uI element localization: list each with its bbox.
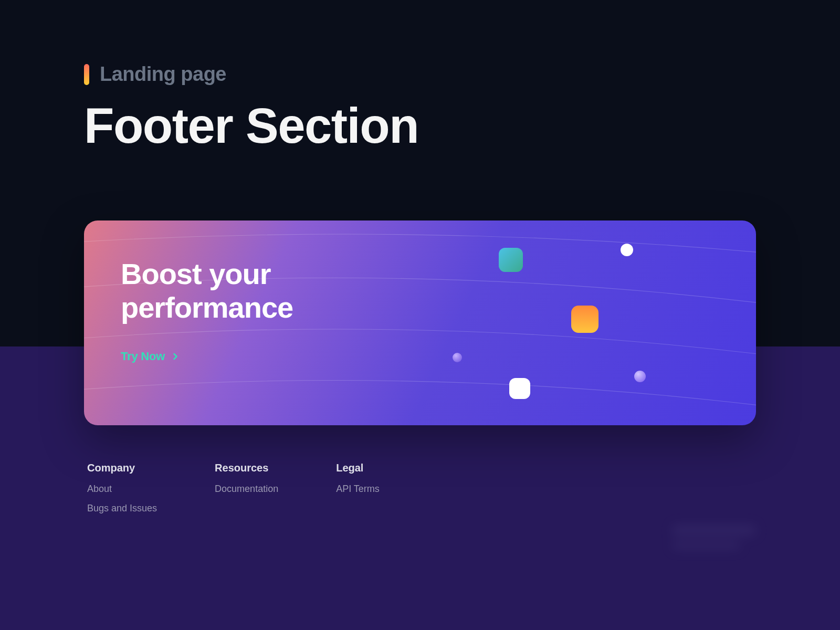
cta-button-label: Try Now — [121, 350, 165, 363]
footer-link-documentation[interactable]: Documentation — [215, 484, 278, 495]
footer-col-resources: Resources Documentation — [215, 462, 278, 522]
try-now-button[interactable]: Try Now — [121, 350, 181, 363]
footer-link-bugs[interactable]: Bugs and Issues — [87, 503, 157, 514]
footer-col-title: Company — [87, 462, 157, 474]
footer-col-title: Resources — [215, 462, 278, 474]
footer-col-legal: Legal API Terms — [336, 462, 380, 522]
accent-bar-icon — [84, 64, 89, 85]
eyebrow-row: Landing page — [84, 63, 756, 86]
footer-link-api-terms[interactable]: API Terms — [336, 484, 380, 495]
footer-col-company: Company About Bugs and Issues — [87, 462, 157, 522]
blurred-badge-icon — [672, 525, 772, 567]
chevron-right-icon — [170, 351, 181, 362]
decorative-dot-purple-icon — [453, 353, 462, 362]
cta-card: Boost your performance Try Now — [84, 220, 756, 425]
footer-link-about[interactable]: About — [87, 484, 157, 495]
footer-col-title: Legal — [336, 462, 380, 474]
footer-columns: Company About Bugs and Issues Resources … — [84, 462, 756, 522]
decorative-dot-purple-icon — [634, 371, 646, 382]
decorative-dot-white-icon — [621, 244, 633, 256]
decorative-square-teal-icon — [499, 248, 523, 272]
decorative-square-white-icon — [509, 378, 530, 399]
cta-headline: Boost your performance — [121, 257, 394, 325]
page-title: Footer Section — [84, 100, 756, 152]
eyebrow-text: Landing page — [100, 63, 226, 86]
decorative-square-orange-icon — [571, 306, 598, 333]
